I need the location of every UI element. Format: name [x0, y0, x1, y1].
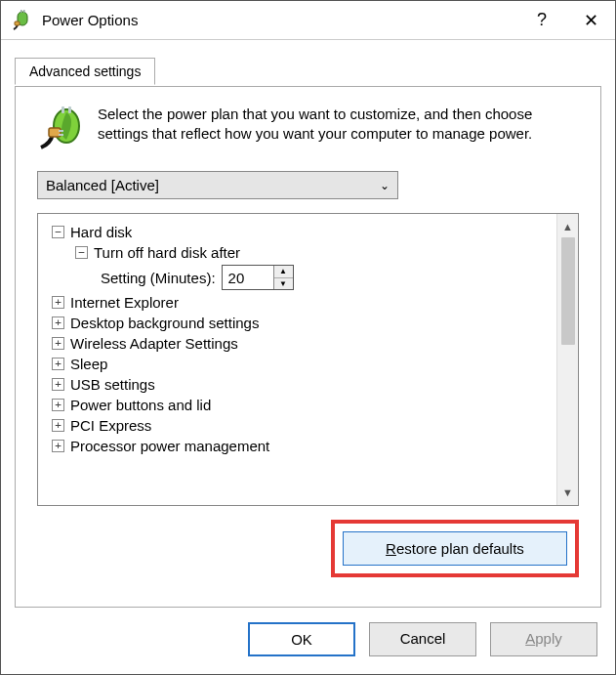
expand-icon[interactable]: + [52, 378, 64, 391]
tree-node-processor-power[interactable]: + Processor power management [52, 436, 549, 456]
tab-panel: Select the power plan that you want to c… [15, 86, 601, 608]
tab-strip: Advanced settings [15, 58, 601, 87]
description-text: Select the power plan that you want to c… [98, 105, 579, 151]
highlight-box: Restore plan defaults [331, 520, 579, 577]
svg-rect-6 [62, 106, 64, 113]
tree-node-sleep[interactable]: + Sleep [52, 354, 549, 374]
tree-setting-minutes: Setting (Minutes): ▲ ▼ [101, 263, 549, 292]
collapse-icon[interactable]: − [52, 226, 64, 238]
tree-node-hard-disk[interactable]: − Hard disk [52, 222, 549, 242]
expand-icon[interactable]: + [52, 419, 64, 432]
dialog-buttons: OK Cancel Apply [1, 622, 615, 674]
tree-label: Turn off hard disk after [94, 244, 240, 261]
tree-label: Hard disk [70, 224, 132, 240]
window-title: Power Options [42, 12, 517, 28]
tree-node-desktop-background[interactable]: + Desktop background settings [52, 313, 549, 333]
tree-label: USB settings [70, 376, 155, 393]
setting-label: Setting (Minutes): [101, 270, 216, 286]
tree-label: Desktop background settings [70, 315, 259, 331]
restore-plan-defaults-button[interactable]: Restore plan defaults [343, 531, 567, 566]
description-row: Select the power plan that you want to c… [37, 105, 579, 151]
svg-rect-10 [59, 134, 63, 136]
expand-icon[interactable]: + [52, 316, 64, 329]
tree-node-pci-express[interactable]: + PCI Express [52, 415, 549, 436]
scroll-thumb[interactable] [561, 237, 575, 345]
svg-rect-3 [15, 21, 20, 25]
spin-up-icon[interactable]: ▲ [274, 266, 293, 278]
scroll-up-icon[interactable]: ▲ [557, 218, 578, 235]
tree-node-internet-explorer[interactable]: + Internet Explorer [52, 292, 549, 313]
expand-icon[interactable]: + [52, 399, 64, 411]
settings-tree: − Hard disk − Turn off hard disk after S… [37, 213, 579, 506]
ok-button[interactable]: OK [248, 622, 355, 656]
tree-node-wireless-adapter[interactable]: + Wireless Adapter Settings [52, 333, 549, 354]
help-button[interactable]: ? [517, 1, 566, 40]
spin-down-icon[interactable]: ▼ [274, 278, 293, 290]
battery-plug-icon [11, 10, 32, 31]
expand-icon[interactable]: + [52, 337, 64, 350]
vertical-scrollbar[interactable]: ▲ ▼ [556, 214, 578, 505]
restore-row: Restore plan defaults [37, 520, 579, 577]
expand-icon[interactable]: + [52, 358, 64, 370]
collapse-icon[interactable]: − [75, 246, 88, 259]
expand-icon[interactable]: + [52, 440, 64, 452]
power-options-dialog: Power Options ? ✕ Advanced settings [0, 0, 616, 675]
cancel-button[interactable]: Cancel [369, 622, 476, 656]
svg-rect-9 [59, 130, 63, 132]
tree-node-turn-off-hard-disk[interactable]: − Turn off hard disk after [75, 242, 549, 263]
svg-rect-2 [23, 10, 25, 13]
titlebar: Power Options ? ✕ [1, 1, 615, 40]
tree-label: Power buttons and lid [70, 397, 211, 413]
battery-plug-icon [37, 105, 84, 151]
minutes-spinner[interactable]: ▲ ▼ [222, 265, 294, 290]
svg-rect-7 [68, 106, 71, 113]
tree-label: Sleep [70, 356, 107, 372]
power-plan-selected: Balanced [Active] [46, 177, 159, 193]
tree-label: Processor power management [70, 438, 269, 454]
apply-button[interactable]: Apply [490, 622, 597, 656]
chevron-down-icon: ⌄ [380, 179, 390, 192]
tree-node-usb-settings[interactable]: + USB settings [52, 374, 549, 395]
tree-label: PCI Express [70, 417, 151, 434]
scroll-down-icon[interactable]: ▼ [557, 484, 578, 501]
tree-label: Internet Explorer [70, 294, 179, 311]
tab-advanced-settings[interactable]: Advanced settings [15, 58, 155, 85]
close-button[interactable]: ✕ [566, 1, 615, 40]
expand-icon[interactable]: + [52, 296, 64, 309]
power-plan-dropdown[interactable]: Balanced [Active] ⌄ [37, 171, 398, 199]
svg-rect-1 [21, 10, 22, 13]
tree-node-power-buttons-lid[interactable]: + Power buttons and lid [52, 395, 549, 415]
minutes-input[interactable] [223, 266, 273, 289]
tree-label: Wireless Adapter Settings [70, 335, 238, 352]
